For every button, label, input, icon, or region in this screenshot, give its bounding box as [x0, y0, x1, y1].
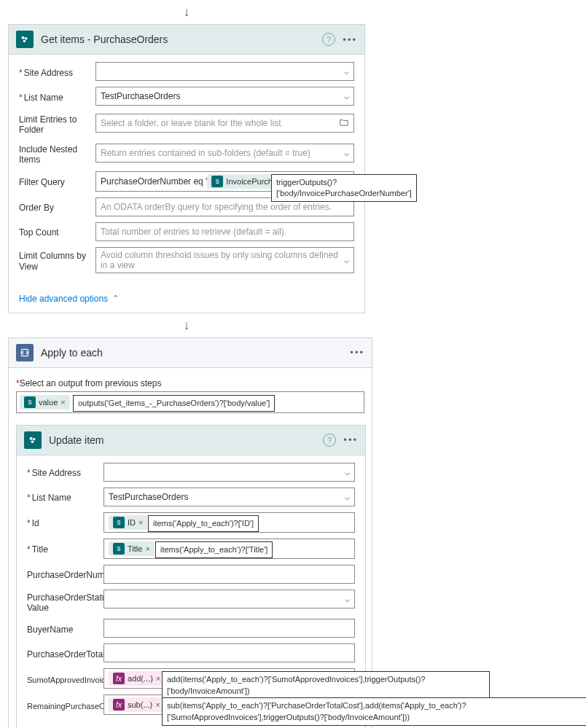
top-count-field[interactable]: Total number of entries to retrieve (def… — [95, 222, 354, 241]
value-expression-tooltip: outputs('Get_items_-_PurchaseOrders')?['… — [73, 395, 275, 412]
list-name-label: List Name — [19, 90, 95, 103]
sharepoint-icon — [16, 31, 34, 48]
include-nested-field[interactable]: Return entries contained in sub-folders … — [95, 144, 354, 163]
title-token[interactable]: s Title × — [109, 541, 155, 556]
sharepoint-token-icon: s — [113, 517, 125, 528]
sharepoint-icon — [24, 431, 42, 449]
limit-columns-label: Limit Columns by View — [19, 248, 95, 272]
get-items-card: Get items - PurchaseOrders ? ••• Site Ad… — [8, 24, 365, 313]
add-fx-token[interactable]: fx add(...) × — [109, 671, 165, 686]
buyer-label: BuyerName — [27, 622, 103, 635]
placeholder-text: Return entries contained in sub-folders … — [101, 148, 310, 158]
menu-icon[interactable]: ••• — [350, 348, 364, 357]
placeholder-text: Select a folder, or leave blank for the … — [101, 118, 281, 128]
list-name-label: List Name — [27, 490, 103, 503]
token-label: value — [39, 398, 58, 407]
value-token[interactable]: s value × — [20, 395, 70, 410]
folder-icon[interactable] — [339, 117, 349, 130]
filter-query-field[interactable]: PurchaseOrderNumber eq ' s InvoicePurcha… — [95, 171, 354, 192]
close-icon[interactable]: × — [145, 544, 149, 553]
svg-point-1 — [25, 37, 28, 40]
filter-query-label: Filter Query — [19, 174, 95, 187]
update-item-header[interactable]: Update item ? ••• — [17, 426, 365, 455]
connector-arrow-top: ↓ — [8, 0, 365, 24]
select-output-label: *Select an output from previous steps — [16, 378, 364, 388]
limit-columns-field[interactable]: Avoid column threshold issues by only us… — [95, 247, 354, 273]
chevron-down-icon: ⌵ — [344, 91, 349, 101]
chevron-down-icon: ⌵ — [345, 492, 350, 502]
token-label: ID — [128, 518, 136, 527]
list-name-value: TestPurchaseOrders — [101, 91, 180, 101]
sub-expression-tooltip: sub(items('Apply_to_each')?['PurchaseOrd… — [162, 697, 586, 726]
po-number-field[interactable] — [103, 565, 355, 584]
list-name-field[interactable]: TestPurchaseOrders⌵ — [95, 87, 354, 106]
sum-approved-label: SumofApprovedInvoices — [27, 673, 103, 685]
id-label: Id — [27, 515, 103, 528]
svg-point-2 — [23, 40, 26, 43]
placeholder-text: An ODATA orderBy query for specifying th… — [101, 202, 332, 212]
close-icon[interactable]: × — [138, 518, 143, 527]
apply-each-container: Apply to each ••• *Select an output from… — [8, 337, 372, 728]
menu-icon[interactable]: ••• — [343, 435, 358, 445]
chevron-down-icon: ⌵ — [344, 66, 349, 77]
get-items-header[interactable]: Get items - PurchaseOrders ? ••• — [9, 25, 364, 55]
token-label: add(...) — [128, 674, 153, 683]
sub-fx-token[interactable]: fx sub(...) × — [109, 697, 165, 712]
sum-approved-field[interactable]: fx add(...) × add(items('Apply_to_each')… — [103, 668, 355, 689]
apply-each-title: Apply to each — [41, 347, 350, 359]
update-item-card: Update item ? ••• Site Address ⌵ List Na… — [16, 425, 366, 728]
chevron-down-icon: ⌵ — [344, 148, 349, 158]
fx-icon: fx — [113, 673, 125, 684]
add-expression-tooltip: add(items('Apply_to_each')?['SumofApprov… — [162, 671, 490, 700]
close-icon[interactable]: × — [156, 674, 160, 683]
po-number-label: PurchaseOrderNumber — [27, 567, 103, 580]
svg-point-0 — [22, 36, 25, 39]
site-address-field[interactable]: ⌵ — [95, 62, 354, 81]
filter-expression-tooltip: triggerOutputs()?['body/InvoicePurchaseO… — [271, 174, 417, 203]
po-status-field[interactable]: ⌵ — [103, 590, 355, 608]
connector-arrow-mid: ↓ — [8, 313, 365, 337]
menu-icon[interactable]: ••• — [343, 35, 357, 44]
close-icon[interactable]: × — [155, 700, 160, 709]
po-total-label: PurchaseOrderTotalCost — [27, 646, 103, 659]
chevron-down-icon: ⌵ — [345, 594, 350, 604]
chevron-up-icon: ⌃ — [112, 294, 119, 303]
sharepoint-token-icon: s — [113, 543, 125, 555]
help-icon[interactable]: ? — [323, 434, 336, 447]
apply-each-header[interactable]: Apply to each ••• — [9, 338, 372, 368]
id-token[interactable]: s ID × — [109, 515, 147, 530]
fx-icon: fx — [113, 699, 125, 711]
help-icon[interactable]: ? — [322, 33, 335, 46]
token-label: sub(...) — [128, 700, 152, 709]
site-address-label: Site Address — [27, 465, 103, 478]
sharepoint-token-icon: s — [211, 176, 223, 187]
select-output-field[interactable]: s value × outputs('Get_items_-_PurchaseO… — [16, 391, 364, 413]
remaining-field[interactable]: fx sub(...) × sub(items('Apply_to_each')… — [103, 694, 355, 715]
include-nested-label: Include Nested Items — [19, 141, 95, 165]
placeholder-text: Avoid column threshold issues by only us… — [101, 250, 344, 270]
update-item-title: Update item — [49, 434, 323, 446]
po-total-field[interactable] — [103, 643, 355, 662]
list-name-value: TestPurchaseOrders — [109, 492, 188, 502]
buyer-field[interactable] — [103, 619, 355, 638]
svg-point-6 — [31, 440, 34, 443]
chevron-down-icon: ⌵ — [345, 467, 350, 477]
hide-advanced-toggle[interactable]: Hide advanced options⌃ — [9, 291, 129, 313]
list-name-field[interactable]: TestPurchaseOrders⌵ — [103, 488, 355, 506]
limit-folder-field[interactable]: Select a folder, or leave blank for the … — [95, 114, 354, 133]
top-count-label: Top Count — [19, 224, 95, 238]
title-label: Title — [27, 541, 103, 555]
po-status-label: PurchaseOrderStatus Value — [27, 590, 103, 614]
loop-icon — [16, 344, 34, 361]
token-label: Title — [128, 544, 142, 553]
svg-point-4 — [30, 437, 33, 439]
filter-prefix-text: PurchaseOrderNumber eq ' — [101, 176, 207, 187]
title-field[interactable]: s Title × items('Apply_to_each')?['Title… — [103, 539, 355, 559]
get-items-title: Get items - PurchaseOrders — [41, 34, 322, 45]
id-field[interactable]: s ID × items('Apply_to_each')?['ID'] — [103, 512, 355, 533]
sharepoint-token-icon: s — [24, 396, 36, 408]
close-icon[interactable]: × — [60, 398, 65, 407]
remaining-label: RemainingPurchaseOrder — [27, 699, 103, 711]
title-expression-tooltip: items('Apply_to_each')?['Title'] — [155, 541, 273, 558]
site-address-field[interactable]: ⌵ — [103, 463, 355, 482]
